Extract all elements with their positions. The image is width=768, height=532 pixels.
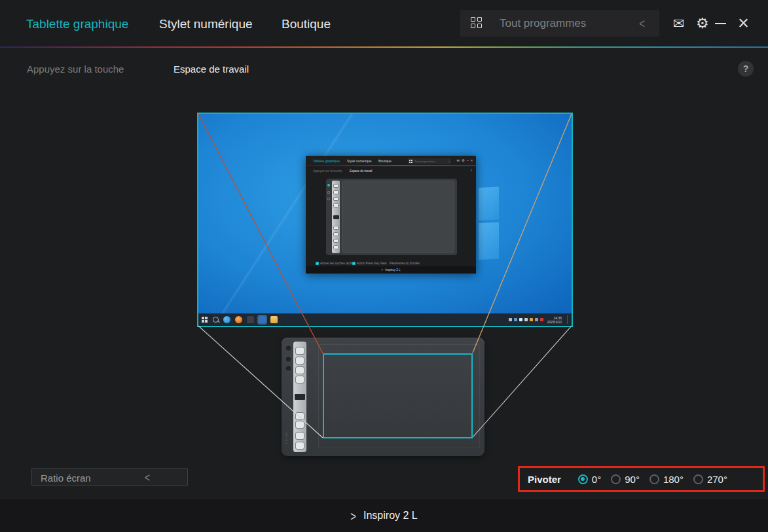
chevron-left-icon: < <box>639 16 645 30</box>
tablet-brand-text: HUION <box>285 432 288 444</box>
tray-icon <box>524 318 528 321</box>
mini-indicator <box>327 198 330 200</box>
taskbar-left <box>202 313 278 326</box>
mini-checkbox-icon: ✓ <box>316 262 319 265</box>
mini-device-bar: > Inspiroy 2 L <box>306 266 476 274</box>
app-icon <box>247 316 254 323</box>
mini-press-key-strip <box>332 181 340 253</box>
mini-scroller <box>333 215 339 219</box>
mini-help-button: ? <box>470 169 472 173</box>
tablet-press-key <box>295 442 304 450</box>
all-programs-label: Tout programmes <box>500 17 586 30</box>
mini-subnav-press-key: Appuyez sur la touche <box>313 169 342 173</box>
tablet-press-key <box>295 366 304 374</box>
radio-icon[interactable] <box>578 474 588 484</box>
pivot-option-90[interactable]: 90° <box>611 474 640 485</box>
mini-tab-stylet: Stylet numérique <box>347 159 372 163</box>
explorer-icon <box>270 316 278 323</box>
tablet-press-key <box>295 421 304 429</box>
screen-ratio-dropdown[interactable]: Ratio écran < <box>31 468 188 486</box>
tab-boutique[interactable]: Boutique <box>282 17 331 31</box>
taskbar-clock: 14:35 2023/1/12 <box>547 316 562 324</box>
pivot-option-0[interactable]: 0° <box>578 474 601 485</box>
pivot-option-270[interactable]: 270° <box>693 474 727 485</box>
mini-status-dot <box>327 184 330 186</box>
mini-apps-grid-icon <box>409 160 412 163</box>
pivot-label: Pivoter <box>528 474 561 485</box>
screen-map-desktop: Tablette graphique Stylet numérique Bout… <box>197 113 573 327</box>
tablet-indicator-light <box>286 366 291 371</box>
radio-icon[interactable] <box>693 474 703 484</box>
search-icon <box>213 317 219 323</box>
mini-checkbox-press-key-view: ✓ Action Press Key View <box>352 262 386 265</box>
screen-ratio-label: Ratio écran <box>41 472 91 484</box>
chevron-left-icon: < <box>145 471 150 484</box>
mini-checkbox-touch-keys: ✓ Activer les touches tactiles <box>316 262 355 265</box>
pivot-option-180[interactable]: 180° <box>649 474 684 485</box>
tablet-press-key <box>295 357 304 364</box>
radio-icon[interactable] <box>611 474 621 484</box>
mini-tab-boutique: Boutique <box>378 159 392 163</box>
tablet-active-area[interactable] <box>323 353 473 438</box>
tray-icon <box>519 318 522 321</box>
mini-window-icons: ✉ ⚙ – × <box>456 158 473 162</box>
mini-taskbar: 14:35 2023/1/12 <box>198 313 572 326</box>
tablet-scroller <box>295 394 305 400</box>
firefox-icon <box>235 316 242 323</box>
minimize-icon[interactable] <box>715 23 726 24</box>
edge-icon <box>223 316 230 323</box>
mini-driver-window: Tablette graphique Stylet numérique Bout… <box>306 156 476 274</box>
taskbar-tray: 14:35 2023/1/12 <box>509 313 569 326</box>
tablet-press-key <box>295 347 304 355</box>
tablet-press-key <box>295 432 304 440</box>
mini-subnav-workspace: Espace de travail <box>350 169 373 173</box>
header-bar: Tablette graphique Stylet numérique Bout… <box>0 0 768 46</box>
all-programs-dropdown[interactable]: Tout programmes < <box>460 10 659 37</box>
tray-icon <box>535 318 538 321</box>
mini-programs-dropdown: Tout programmes < <box>408 158 451 164</box>
gear-icon[interactable]: ⚙ <box>696 15 709 32</box>
apps-grid-icon <box>471 17 483 29</box>
pivot-group-highlight: Pivoter 0° 90° 180° 270° <box>518 466 765 492</box>
tray-icon <box>540 318 543 321</box>
tray-icon <box>509 318 512 321</box>
mini-checkbox-icon: ✓ <box>352 262 356 265</box>
subnav-press-key[interactable]: Appuyez sur la touche <box>27 63 124 75</box>
device-bar[interactable]: > Inspiroy 2 L <box>0 499 768 532</box>
tablet-press-key <box>295 376 304 383</box>
driver-app-icon <box>259 316 266 323</box>
tray-icon <box>514 318 517 321</box>
radio-icon[interactable] <box>649 474 659 484</box>
mini-indicator <box>327 191 330 194</box>
mail-icon[interactable]: ✉ <box>673 16 685 31</box>
subnav-workspace[interactable]: Espace de travail <box>174 63 249 75</box>
mini-scroller-settings: Paramètres du Scroller <box>390 262 420 265</box>
tablet-indicator-light <box>286 357 291 362</box>
tab-tablette-graphique[interactable]: Tablette graphique <box>26 17 128 31</box>
tablet-indicator-light <box>286 346 291 351</box>
mini-header-bar: Tablette graphique Stylet numérique Bout… <box>306 156 476 166</box>
show-desktop-notch <box>567 315 569 324</box>
help-button[interactable]: ? <box>738 61 754 77</box>
close-icon[interactable]: × <box>738 12 749 34</box>
device-name: Inspiroy 2 L <box>363 510 418 522</box>
tab-stylet-numerique[interactable]: Stylet numérique <box>159 17 253 31</box>
tray-icon <box>530 318 533 321</box>
mini-working-area <box>342 181 454 253</box>
mini-tablet-illustration <box>326 179 457 255</box>
chevron-right-icon: > <box>350 508 356 523</box>
start-icon <box>202 317 208 323</box>
mini-tab-tablette: Tablette graphique <box>313 159 340 163</box>
tablet-press-key <box>295 412 304 420</box>
tablet-press-key-strip <box>293 342 306 452</box>
